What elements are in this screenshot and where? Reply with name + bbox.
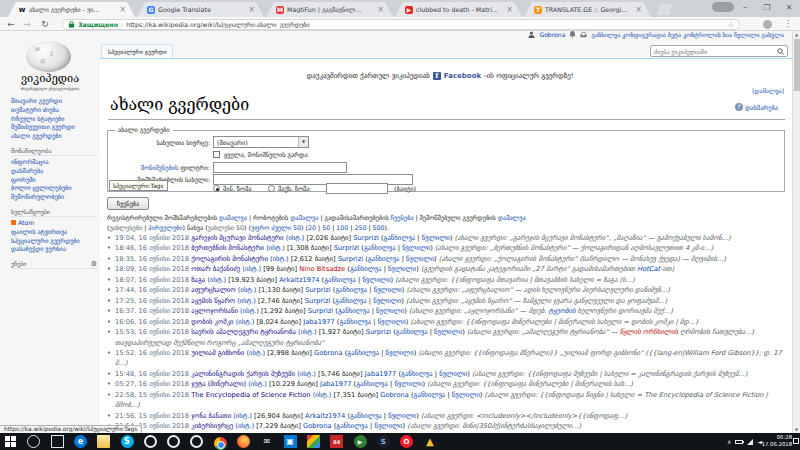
filter-link[interactable]: დამალვა bbox=[219, 214, 247, 221]
filter-link[interactable]: დამალვა bbox=[498, 214, 526, 221]
page-title-link[interactable]: კიბერსივრცე bbox=[191, 422, 233, 430]
page-title-link[interactable]: აფურცხალიო bbox=[191, 286, 235, 294]
page-title-link[interactable]: აყუმის წყარო bbox=[191, 297, 235, 305]
history-link[interactable]: (ისტ.) bbox=[248, 380, 267, 388]
talk-link[interactable]: განხილვა bbox=[338, 307, 370, 315]
contribs-link[interactable]: წვლილი bbox=[406, 255, 434, 263]
page-title-link[interactable]: ოთარ ბაქანიძე bbox=[191, 265, 240, 273]
window-minimize-button[interactable] bbox=[734, 0, 756, 15]
hidden-icons-chevron[interactable]: ∧ bbox=[727, 438, 731, 445]
history-link[interactable]: (ისტ.) bbox=[236, 318, 255, 326]
history-link[interactable]: (ისტ.) bbox=[313, 391, 332, 399]
min-size-radio[interactable] bbox=[213, 185, 220, 192]
talk-link[interactable]: განხილვა bbox=[324, 276, 356, 284]
sidebar-item-ბოლო-ცვლილებები[interactable]: ბოლო ცვლილებები bbox=[11, 184, 97, 193]
history-link[interactable]: (ისტ.) bbox=[233, 412, 252, 420]
action-center-icon[interactable] bbox=[793, 438, 799, 444]
show-button[interactable]: ჩვენება bbox=[107, 197, 149, 210]
user-link[interactable]: Surprizi bbox=[338, 255, 363, 263]
history-link[interactable]: (ისტ.) bbox=[242, 265, 261, 273]
bookmark-star-icon[interactable]: ☆ bbox=[728, 21, 734, 29]
talk-link[interactable]: განხილვა bbox=[368, 255, 400, 263]
page-title-link[interactable]: დობის კოშკი bbox=[191, 318, 233, 326]
windows-start-icon[interactable] bbox=[5, 436, 16, 447]
history-link[interactable]: (ისტ.) bbox=[238, 286, 257, 294]
personal-link[interactable]: წვლილი bbox=[734, 31, 760, 38]
user-link[interactable]: Arkaitz1974 bbox=[279, 276, 319, 284]
taskbar-icon-photos[interactable] bbox=[307, 435, 320, 448]
personal-link[interactable]: განხილვა bbox=[591, 31, 620, 38]
talk-link[interactable]: განხილვა bbox=[350, 412, 382, 420]
notices-tray-icon[interactable] bbox=[580, 31, 587, 38]
tab-close-icon[interactable]: × bbox=[635, 6, 642, 14]
extension-icon[interactable] bbox=[763, 20, 772, 29]
browser-tab[interactable]: TTRANSLATE.GE :: Georgi...× bbox=[524, 2, 651, 17]
username-link[interactable]: Gobrona bbox=[539, 31, 565, 38]
invert-checkbox[interactable] bbox=[213, 151, 220, 158]
talk-link[interactable]: განხილვა bbox=[414, 391, 446, 399]
history-link[interactable]: (ისტ.) bbox=[286, 234, 305, 242]
contribs-link[interactable]: წვლილი bbox=[373, 297, 401, 305]
talk-link[interactable]: განხილვა bbox=[335, 286, 367, 294]
window-close-button[interactable] bbox=[778, 0, 800, 15]
scrollbar[interactable]: ▲ ▼ bbox=[792, 31, 800, 433]
sidebar-item-თემატური-ძიება[interactable]: თემატური ძიება bbox=[11, 106, 97, 115]
talk-link[interactable]: განხილვა bbox=[384, 234, 416, 242]
taskbar-icon-aimp[interactable]: ▲ bbox=[423, 435, 436, 448]
max-size-radio[interactable] bbox=[268, 185, 275, 192]
page-title-link[interactable]: ჯუტა (მინერალი) bbox=[191, 380, 246, 388]
new-tab-button[interactable] bbox=[657, 4, 672, 15]
sidebar-item-ფაილის-ატვირთვა[interactable]: ფაილის ატვირთვა bbox=[11, 228, 97, 237]
talk-link[interactable]: განხილვა bbox=[335, 297, 367, 305]
user-link[interactable]: Jaba1977 bbox=[303, 318, 334, 326]
page-title-link[interactable]: The Encyclopedia of Science Fiction bbox=[191, 391, 310, 399]
scroll-down-icon[interactable]: ▼ bbox=[793, 427, 800, 432]
sidebar-item-შემოწირულობები[interactable]: შემოწირულობები bbox=[11, 193, 97, 202]
scroll-up-icon[interactable]: ▲ bbox=[793, 32, 800, 37]
history-link[interactable]: (ისტ.) bbox=[266, 244, 285, 252]
contribs-link[interactable]: წვლილი bbox=[388, 412, 416, 420]
sidebar-item-atom[interactable]: Atom bbox=[11, 219, 97, 228]
back-button[interactable] bbox=[4, 17, 18, 31]
history-link[interactable]: (ისტ.) bbox=[240, 307, 259, 315]
contribs-link[interactable]: წვლილი bbox=[386, 349, 414, 357]
taskbar-icon-opera-white-3[interactable] bbox=[190, 435, 203, 448]
browser-tab[interactable]: GGoogle Translate× bbox=[137, 2, 264, 17]
personal-link[interactable]: ბეტა bbox=[668, 31, 681, 38]
tab-close-icon[interactable]: × bbox=[377, 6, 384, 14]
user-link[interactable]: Jaba1977 bbox=[365, 370, 396, 378]
page-title-link[interactable]: აყლოჯორსანი bbox=[191, 307, 238, 315]
page-title-link[interactable]: ჯონა ბანათი bbox=[191, 412, 231, 420]
filter-link[interactable]: ჩვენება bbox=[391, 214, 414, 221]
address-bar[interactable]: Защищено | https://ka.wikipedia.org/wiki… bbox=[62, 19, 740, 30]
sidebar-item-დასაბეჭდი-ვერსია[interactable]: დასაბეჭდი ვერსია bbox=[11, 245, 97, 254]
tab-special-page[interactable]: სპეციალური გვერდი bbox=[101, 44, 173, 58]
user-link[interactable]: Surprizi bbox=[305, 297, 330, 305]
taskbar-icon-skype[interactable]: S bbox=[121, 435, 134, 448]
size-input[interactable] bbox=[326, 183, 388, 194]
page-title-link[interactable]: საერის ამალღეგური ტყრიანობა bbox=[191, 328, 296, 336]
history-link[interactable]: (ისტ.) bbox=[298, 328, 317, 336]
taskbar-icon-visual-studio[interactable]: S bbox=[377, 435, 390, 448]
talk-link[interactable]: განხილვა bbox=[336, 422, 368, 430]
reload-button[interactable] bbox=[38, 17, 52, 31]
banner-hide-link[interactable]: [დამალვა] bbox=[752, 87, 784, 94]
sidebar-item-რჩეული-სტატიები[interactable]: რჩეული სტატიები bbox=[11, 115, 97, 124]
contribs-link[interactable]: წვლილი bbox=[422, 234, 450, 242]
user-link[interactable]: Gobrona bbox=[314, 349, 343, 357]
contribs-link[interactable]: წვლილი bbox=[376, 307, 404, 315]
talk-link[interactable]: განხილვა bbox=[350, 265, 382, 273]
taskbar-icon-microsoft-store[interactable]: ▣ bbox=[284, 435, 297, 448]
tag-special-link[interactable]: მონიშვნების bbox=[141, 164, 179, 171]
user-link[interactable]: Surprizi bbox=[305, 286, 330, 294]
sidebar-item-ინფორმაცია[interactable]: ინფორმაცია bbox=[11, 158, 97, 167]
taskbar-icon-player-green[interactable]: ▶ bbox=[354, 435, 367, 448]
talk-link[interactable]: განხილვა bbox=[396, 328, 428, 336]
user-link[interactable]: Arkaitz1974 bbox=[305, 412, 345, 420]
filter-link[interactable]: დამალვა bbox=[290, 214, 318, 221]
wikipedia-logo[interactable]: WქΩ bbox=[26, 41, 71, 72]
talk-link[interactable]: განხილვა bbox=[347, 349, 379, 357]
battery-icon[interactable] bbox=[735, 440, 743, 444]
contribs-link[interactable]: წვლილი bbox=[402, 244, 430, 252]
pagination-link[interactable]: 100 bbox=[336, 224, 348, 231]
